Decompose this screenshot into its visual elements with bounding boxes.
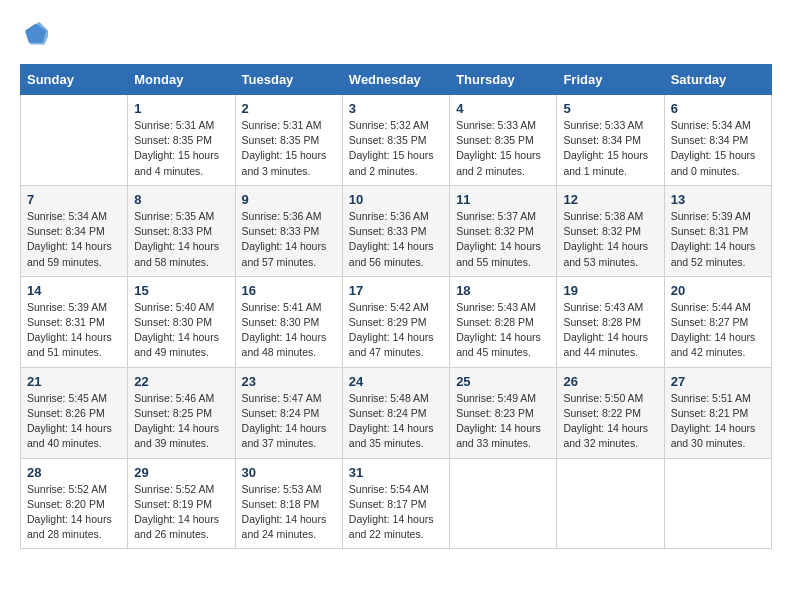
day-number: 3 xyxy=(349,101,443,116)
calendar-cell xyxy=(664,458,771,549)
cell-info: Sunrise: 5:38 AM Sunset: 8:32 PM Dayligh… xyxy=(563,209,657,270)
cell-info: Sunrise: 5:33 AM Sunset: 8:35 PM Dayligh… xyxy=(456,118,550,179)
calendar-cell: 22Sunrise: 5:46 AM Sunset: 8:25 PM Dayli… xyxy=(128,367,235,458)
calendar-cell: 25Sunrise: 5:49 AM Sunset: 8:23 PM Dayli… xyxy=(450,367,557,458)
day-number: 13 xyxy=(671,192,765,207)
calendar-cell: 30Sunrise: 5:53 AM Sunset: 8:18 PM Dayli… xyxy=(235,458,342,549)
cell-info: Sunrise: 5:49 AM Sunset: 8:23 PM Dayligh… xyxy=(456,391,550,452)
cell-info: Sunrise: 5:52 AM Sunset: 8:19 PM Dayligh… xyxy=(134,482,228,543)
calendar-header-row: SundayMondayTuesdayWednesdayThursdayFrid… xyxy=(21,65,772,95)
day-number: 23 xyxy=(242,374,336,389)
header-monday: Monday xyxy=(128,65,235,95)
cell-info: Sunrise: 5:42 AM Sunset: 8:29 PM Dayligh… xyxy=(349,300,443,361)
cell-info: Sunrise: 5:41 AM Sunset: 8:30 PM Dayligh… xyxy=(242,300,336,361)
cell-info: Sunrise: 5:51 AM Sunset: 8:21 PM Dayligh… xyxy=(671,391,765,452)
day-number: 31 xyxy=(349,465,443,480)
calendar-cell: 6Sunrise: 5:34 AM Sunset: 8:34 PM Daylig… xyxy=(664,95,771,186)
day-number: 14 xyxy=(27,283,121,298)
cell-info: Sunrise: 5:53 AM Sunset: 8:18 PM Dayligh… xyxy=(242,482,336,543)
day-number: 19 xyxy=(563,283,657,298)
header-wednesday: Wednesday xyxy=(342,65,449,95)
calendar-cell: 8Sunrise: 5:35 AM Sunset: 8:33 PM Daylig… xyxy=(128,185,235,276)
header-tuesday: Tuesday xyxy=(235,65,342,95)
day-number: 26 xyxy=(563,374,657,389)
calendar-cell: 2Sunrise: 5:31 AM Sunset: 8:35 PM Daylig… xyxy=(235,95,342,186)
day-number: 4 xyxy=(456,101,550,116)
logo xyxy=(20,20,52,48)
calendar-cell xyxy=(450,458,557,549)
calendar-cell: 17Sunrise: 5:42 AM Sunset: 8:29 PM Dayli… xyxy=(342,276,449,367)
calendar-cell: 4Sunrise: 5:33 AM Sunset: 8:35 PM Daylig… xyxy=(450,95,557,186)
day-number: 24 xyxy=(349,374,443,389)
calendar-week-row: 14Sunrise: 5:39 AM Sunset: 8:31 PM Dayli… xyxy=(21,276,772,367)
cell-info: Sunrise: 5:35 AM Sunset: 8:33 PM Dayligh… xyxy=(134,209,228,270)
calendar-cell: 7Sunrise: 5:34 AM Sunset: 8:34 PM Daylig… xyxy=(21,185,128,276)
cell-info: Sunrise: 5:34 AM Sunset: 8:34 PM Dayligh… xyxy=(27,209,121,270)
calendar-cell: 15Sunrise: 5:40 AM Sunset: 8:30 PM Dayli… xyxy=(128,276,235,367)
cell-info: Sunrise: 5:32 AM Sunset: 8:35 PM Dayligh… xyxy=(349,118,443,179)
cell-info: Sunrise: 5:50 AM Sunset: 8:22 PM Dayligh… xyxy=(563,391,657,452)
calendar-cell: 26Sunrise: 5:50 AM Sunset: 8:22 PM Dayli… xyxy=(557,367,664,458)
calendar-cell: 5Sunrise: 5:33 AM Sunset: 8:34 PM Daylig… xyxy=(557,95,664,186)
calendar-week-row: 7Sunrise: 5:34 AM Sunset: 8:34 PM Daylig… xyxy=(21,185,772,276)
cell-info: Sunrise: 5:34 AM Sunset: 8:34 PM Dayligh… xyxy=(671,118,765,179)
calendar-cell: 20Sunrise: 5:44 AM Sunset: 8:27 PM Dayli… xyxy=(664,276,771,367)
calendar-week-row: 21Sunrise: 5:45 AM Sunset: 8:26 PM Dayli… xyxy=(21,367,772,458)
calendar-cell: 29Sunrise: 5:52 AM Sunset: 8:19 PM Dayli… xyxy=(128,458,235,549)
cell-info: Sunrise: 5:36 AM Sunset: 8:33 PM Dayligh… xyxy=(242,209,336,270)
day-number: 11 xyxy=(456,192,550,207)
calendar-cell: 23Sunrise: 5:47 AM Sunset: 8:24 PM Dayli… xyxy=(235,367,342,458)
day-number: 17 xyxy=(349,283,443,298)
cell-info: Sunrise: 5:44 AM Sunset: 8:27 PM Dayligh… xyxy=(671,300,765,361)
calendar-cell xyxy=(21,95,128,186)
calendar-cell xyxy=(557,458,664,549)
day-number: 12 xyxy=(563,192,657,207)
cell-info: Sunrise: 5:40 AM Sunset: 8:30 PM Dayligh… xyxy=(134,300,228,361)
calendar-cell: 18Sunrise: 5:43 AM Sunset: 8:28 PM Dayli… xyxy=(450,276,557,367)
calendar-cell: 10Sunrise: 5:36 AM Sunset: 8:33 PM Dayli… xyxy=(342,185,449,276)
header-thursday: Thursday xyxy=(450,65,557,95)
day-number: 29 xyxy=(134,465,228,480)
day-number: 18 xyxy=(456,283,550,298)
day-number: 27 xyxy=(671,374,765,389)
day-number: 28 xyxy=(27,465,121,480)
calendar-week-row: 1Sunrise: 5:31 AM Sunset: 8:35 PM Daylig… xyxy=(21,95,772,186)
calendar-cell: 24Sunrise: 5:48 AM Sunset: 8:24 PM Dayli… xyxy=(342,367,449,458)
header-friday: Friday xyxy=(557,65,664,95)
day-number: 9 xyxy=(242,192,336,207)
cell-info: Sunrise: 5:48 AM Sunset: 8:24 PM Dayligh… xyxy=(349,391,443,452)
cell-info: Sunrise: 5:45 AM Sunset: 8:26 PM Dayligh… xyxy=(27,391,121,452)
page-header xyxy=(20,20,772,48)
day-number: 15 xyxy=(134,283,228,298)
calendar-table: SundayMondayTuesdayWednesdayThursdayFrid… xyxy=(20,64,772,549)
cell-info: Sunrise: 5:46 AM Sunset: 8:25 PM Dayligh… xyxy=(134,391,228,452)
day-number: 20 xyxy=(671,283,765,298)
calendar-cell: 14Sunrise: 5:39 AM Sunset: 8:31 PM Dayli… xyxy=(21,276,128,367)
calendar-cell: 31Sunrise: 5:54 AM Sunset: 8:17 PM Dayli… xyxy=(342,458,449,549)
day-number: 6 xyxy=(671,101,765,116)
cell-info: Sunrise: 5:37 AM Sunset: 8:32 PM Dayligh… xyxy=(456,209,550,270)
day-number: 21 xyxy=(27,374,121,389)
calendar-cell: 3Sunrise: 5:32 AM Sunset: 8:35 PM Daylig… xyxy=(342,95,449,186)
calendar-cell: 11Sunrise: 5:37 AM Sunset: 8:32 PM Dayli… xyxy=(450,185,557,276)
day-number: 22 xyxy=(134,374,228,389)
calendar-week-row: 28Sunrise: 5:52 AM Sunset: 8:20 PM Dayli… xyxy=(21,458,772,549)
cell-info: Sunrise: 5:33 AM Sunset: 8:34 PM Dayligh… xyxy=(563,118,657,179)
day-number: 2 xyxy=(242,101,336,116)
calendar-cell: 28Sunrise: 5:52 AM Sunset: 8:20 PM Dayli… xyxy=(21,458,128,549)
cell-info: Sunrise: 5:31 AM Sunset: 8:35 PM Dayligh… xyxy=(134,118,228,179)
cell-info: Sunrise: 5:54 AM Sunset: 8:17 PM Dayligh… xyxy=(349,482,443,543)
calendar-cell: 27Sunrise: 5:51 AM Sunset: 8:21 PM Dayli… xyxy=(664,367,771,458)
cell-info: Sunrise: 5:47 AM Sunset: 8:24 PM Dayligh… xyxy=(242,391,336,452)
day-number: 1 xyxy=(134,101,228,116)
day-number: 8 xyxy=(134,192,228,207)
day-number: 7 xyxy=(27,192,121,207)
day-number: 16 xyxy=(242,283,336,298)
calendar-cell: 1Sunrise: 5:31 AM Sunset: 8:35 PM Daylig… xyxy=(128,95,235,186)
header-sunday: Sunday xyxy=(21,65,128,95)
day-number: 10 xyxy=(349,192,443,207)
calendar-cell: 13Sunrise: 5:39 AM Sunset: 8:31 PM Dayli… xyxy=(664,185,771,276)
day-number: 5 xyxy=(563,101,657,116)
calendar-cell: 12Sunrise: 5:38 AM Sunset: 8:32 PM Dayli… xyxy=(557,185,664,276)
logo-icon xyxy=(20,20,48,48)
